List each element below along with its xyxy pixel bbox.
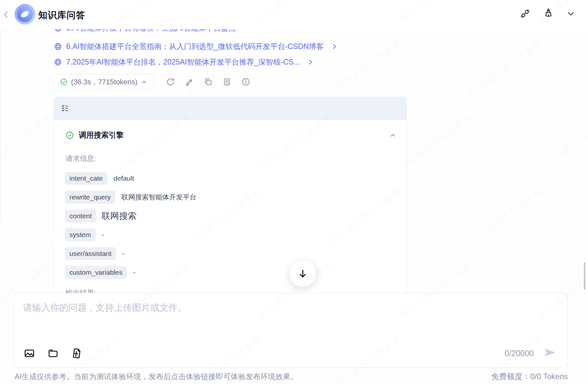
chevron-up-icon: [141, 79, 147, 85]
globe-icon: [54, 29, 62, 32]
param-row: user/assistant -: [65, 247, 406, 260]
workflow-card-header[interactable]: [54, 97, 406, 120]
success-check-icon: [66, 131, 74, 139]
param-key-tag: intent_cate: [65, 172, 107, 185]
link-text: 6.AI智能体搭建平台全景指南：从入门到选型_微软低代码开发平台-CSDN博客: [66, 42, 324, 52]
send-button[interactable]: [544, 347, 557, 360]
param-value: 联网搜索: [102, 210, 137, 222]
link-text: 7.2025年AI智能体平台排名，2025AI智能体开发平台推荐_深智核-CS.…: [66, 57, 300, 67]
checklist-icon: [61, 104, 70, 113]
param-value: -: [102, 231, 104, 239]
param-row: system -: [65, 228, 406, 241]
truncated-link-clip: 5.AI智能体开发平台有哪些？主流AI智能体平台盘点: [54, 29, 424, 36]
arrow-down-icon: [298, 269, 308, 279]
link-text: 5.AI智能体开发平台有哪些？主流AI智能体平台盘点: [66, 29, 236, 33]
param-key-tag: user/assistant: [65, 247, 116, 260]
param-row: content 联网搜索: [65, 210, 406, 222]
panel-divider: [1, 12, 1, 222]
disclaimer-text: AI生成仅供参考。当前为测试体验环境，发布后点击体验链接即可体验发布环境效果。: [15, 372, 298, 382]
message-status-row: (36.3s，7715tokens): [54, 74, 250, 90]
note-icon[interactable]: [223, 78, 231, 86]
clear-brush-icon[interactable]: [543, 8, 554, 19]
param-list: intent_cate default rewrite_query 联网搜索智能…: [65, 172, 406, 279]
status-text: (36.3s，7715tokens): [71, 77, 137, 87]
edit-pen-icon[interactable]: [185, 78, 194, 86]
chevron-down-icon[interactable]: [567, 9, 575, 18]
chevron-right-icon: [307, 59, 313, 65]
status-pill[interactable]: (36.3s，7715tokens): [54, 74, 154, 90]
param-row: intent_cate default: [65, 172, 406, 185]
file-upload-icon[interactable]: [71, 348, 82, 359]
param-key-tag: custom_variables: [65, 266, 127, 279]
chevron-right-icon: [331, 43, 337, 50]
workflow-card: 调用搜索引擎 请求信息: intent_cate default rewrite…: [54, 97, 407, 306]
plugin-icon[interactable]: [520, 8, 530, 19]
param-key-tag: content: [65, 210, 96, 222]
success-check-icon: [60, 78, 67, 86]
app-header: 知识库问答: [0, 0, 588, 29]
chevron-left-icon: [1, 9, 11, 20]
collapse-chevron-up-icon[interactable]: [389, 132, 397, 139]
header-actions: [520, 8, 575, 19]
scrollbar-thumb[interactable]: [584, 262, 585, 290]
copy-icon[interactable]: [204, 78, 213, 86]
refresh-icon[interactable]: [166, 78, 175, 86]
image-upload-icon[interactable]: [24, 348, 35, 359]
param-value: 联网搜索智能体开发平台: [121, 193, 196, 202]
folder-upload-icon[interactable]: [47, 348, 59, 359]
info-icon[interactable]: [241, 78, 250, 86]
step-row-search-engine[interactable]: 调用搜索引擎: [66, 130, 397, 140]
page-footer: AI生成仅供参考。当前为测试体验环境，发布后点击体验链接即可体验发布环境效果。 …: [0, 369, 588, 384]
request-info-label: 请求信息:: [66, 154, 406, 163]
source-link[interactable]: 7.2025年AI智能体平台排名，2025AI智能体开发平台推荐_深智核-CS.…: [54, 55, 424, 68]
param-key-tag: rewrite_query: [65, 191, 115, 204]
param-value: -: [133, 269, 135, 276]
param-row: rewrite_query 联网搜索智能体开发平台: [65, 191, 406, 204]
quota-text: 免费额度：0/0 Tokens: [491, 371, 568, 382]
char-counter: 0/20000: [505, 349, 534, 358]
app-logo: [14, 4, 36, 25]
source-links-area: 5.AI智能体开发平台有哪些？主流AI智能体平台盘点 6.AI智能体搭建平台全景…: [54, 29, 424, 68]
param-value: default: [114, 174, 134, 182]
param-key-tag: system: [65, 228, 96, 241]
page-title: 知识库问答: [38, 9, 85, 21]
step-title: 调用搜索引擎: [79, 130, 124, 140]
globe-icon: [54, 58, 62, 66]
composer-toolbar: 0/20000: [24, 347, 557, 360]
message-input[interactable]: [23, 302, 558, 337]
globe-icon: [54, 42, 62, 51]
scroll-to-bottom-button[interactable]: [289, 260, 316, 287]
source-link-truncated[interactable]: 5.AI智能体开发平台有哪些？主流AI智能体平台盘点: [54, 29, 424, 34]
param-value: -: [122, 250, 125, 258]
param-row: custom_variables -: [65, 266, 406, 279]
source-link[interactable]: 6.AI智能体搭建平台全景指南：从入门到选型_微软低代码开发平台-CSDN博客: [54, 40, 424, 53]
message-composer: 0/20000: [14, 293, 568, 368]
message-actions: [166, 78, 250, 86]
source-links: 6.AI智能体搭建平台全景指南：从入门到选型_微软低代码开发平台-CSDN博客 …: [54, 40, 424, 68]
back-button[interactable]: [1, 9, 11, 20]
